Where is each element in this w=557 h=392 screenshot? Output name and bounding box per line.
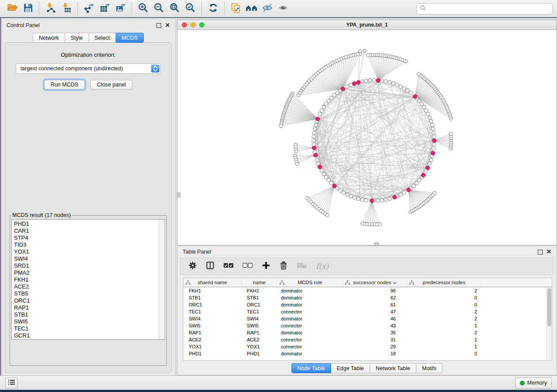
mcds-result-item[interactable]: STB1 xyxy=(14,311,165,318)
show-columns-button[interactable] xyxy=(206,261,214,272)
run-mcds-button[interactable]: Run MCDS xyxy=(44,80,85,89)
table-row[interactable]: FKH1FKH1dominator962 xyxy=(183,287,552,294)
open-session-button[interactable] xyxy=(4,2,20,16)
table-row[interactable]: STB1STB1dominator620 xyxy=(183,294,552,301)
table-row[interactable]: TEC1TEC1connector472 xyxy=(183,308,552,315)
mcds-result-item[interactable]: FKH1 xyxy=(14,276,165,283)
table-row[interactable]: SWI5SWI5connector431 xyxy=(183,322,552,329)
duplicate-network-button[interactable] xyxy=(228,2,244,16)
column-header-successor-nodes[interactable]: successor nodes xyxy=(343,278,407,287)
hide-selected-button[interactable] xyxy=(259,2,275,16)
close-panel-icon[interactable]: ✕ xyxy=(547,250,551,254)
sort-desc-icon xyxy=(393,280,397,285)
export-network-button[interactable] xyxy=(81,2,97,16)
deselect-all-rows-button[interactable] xyxy=(242,262,253,271)
tab-select[interactable]: Select xyxy=(89,33,116,43)
import-table-button[interactable] xyxy=(59,2,74,16)
network-canvas[interactable] xyxy=(177,30,557,245)
mcds-list-scrollbar[interactable] xyxy=(159,220,165,339)
mcds-result-listbox: PHD1CAR1STP4TID3YOX1SWI4SRD1PMA2FKH1ACE2… xyxy=(11,219,165,340)
mcds-result-item[interactable]: YOX1 xyxy=(14,248,165,255)
tab-motifs[interactable]: Motifs xyxy=(416,363,443,373)
table-row[interactable]: SWI4SWI4dominator462 xyxy=(183,315,552,322)
node-table-header: shared namenameMCDS rolesuccessor nodesp… xyxy=(183,278,552,287)
add-column-button[interactable] xyxy=(262,261,270,272)
column-header-predecessor-nodes[interactable]: predecessor nodes xyxy=(407,278,481,287)
mcds-result-item[interactable]: SWI4 xyxy=(14,255,165,262)
cell-successor_nodes: 35 xyxy=(343,330,407,335)
table-row[interactable]: ORC1ORC1dominator610 xyxy=(183,301,552,308)
save-session-button[interactable] xyxy=(20,2,36,16)
table-row[interactable]: ACE2ACE2connector311 xyxy=(183,336,552,343)
node-table[interactable]: shared namenameMCDS rolesuccessor nodesp… xyxy=(183,278,552,361)
search-box[interactable] xyxy=(416,3,553,14)
mcds-result-item[interactable]: ACE2 xyxy=(14,283,165,290)
refresh-button[interactable] xyxy=(205,2,221,16)
task-history-button[interactable] xyxy=(5,378,17,389)
table-scrollbar-thumb[interactable] xyxy=(547,288,551,327)
mcds-result-item[interactable]: SWI5 xyxy=(14,318,165,325)
tab-node-table[interactable]: Node Table xyxy=(291,363,331,373)
cell-shared_name: ORC1 xyxy=(183,302,242,307)
table-row[interactable]: RAP1RAP1dominator352 xyxy=(183,329,552,336)
cell-successor_nodes: 47 xyxy=(343,309,407,314)
first-neighbors-button[interactable] xyxy=(244,2,259,16)
mcds-result-item[interactable]: STB5 xyxy=(14,290,165,297)
delete-column-button[interactable] xyxy=(279,261,288,272)
tab-edge-table[interactable]: Edge Table xyxy=(331,363,370,373)
close-panel-button[interactable]: Close panel xyxy=(90,80,132,89)
optimization-criterion-select[interactable]: largest connected component (undirected) xyxy=(16,63,161,74)
cell-successor_nodes: 96 xyxy=(343,288,407,293)
column-label: predecessor nodes xyxy=(423,280,466,285)
mcds-result-fieldset: MCDS result (17 nodes) PHD1CAR1STP4TID3Y… xyxy=(10,212,167,366)
mcds-result-item[interactable]: PMA2 xyxy=(14,269,165,276)
show-all-button[interactable] xyxy=(275,2,291,16)
table-settings-button[interactable] xyxy=(188,261,197,272)
mcds-result-item[interactable]: ORC1 xyxy=(14,297,165,304)
mcds-result-item[interactable]: GCR1 xyxy=(14,332,165,339)
mcds-result-item[interactable]: TID3 xyxy=(14,241,165,248)
export-image-button[interactable] xyxy=(113,2,128,16)
cell-predecessor_nodes: 1 xyxy=(407,337,481,342)
mcds-result-item[interactable]: SRD1 xyxy=(14,262,165,269)
float-panel-icon[interactable] xyxy=(156,23,161,28)
cell-name: SWI5 xyxy=(242,323,277,328)
delete-table-button[interactable] xyxy=(297,262,307,271)
toolbar-separator xyxy=(224,2,225,15)
column-header-shared-name[interactable]: shared name xyxy=(183,278,242,287)
tab-mcds[interactable]: MCDS xyxy=(116,33,144,43)
cell-successor_nodes: 18 xyxy=(343,351,407,356)
apply-function-button[interactable]: f(x) xyxy=(316,262,329,271)
table-scrollbar[interactable] xyxy=(546,287,552,360)
mcds-result-item[interactable]: STP4 xyxy=(14,234,165,241)
splitter-handle-vertical[interactable] xyxy=(177,193,180,197)
search-input[interactable] xyxy=(428,5,549,12)
table-row[interactable]: PHD1PHD1dominator180 xyxy=(183,350,552,357)
close-panel-icon[interactable]: ✕ xyxy=(165,23,170,28)
mcds-result-item[interactable]: RAP1 xyxy=(14,304,165,311)
export-table-button[interactable] xyxy=(97,2,113,16)
export-image-icon xyxy=(115,2,126,15)
mcds-result-item[interactable]: PHD1 xyxy=(14,220,165,227)
zoom-selected-button[interactable] xyxy=(183,2,198,16)
tab-style[interactable]: Style xyxy=(65,33,89,43)
select-all-rows-button[interactable] xyxy=(223,262,234,271)
zoom-fit-button[interactable] xyxy=(167,2,183,16)
splitter-handle-horizontal[interactable] xyxy=(374,242,379,246)
cell-mcds_role: dominator xyxy=(277,316,343,321)
memory-button[interactable]: Memory xyxy=(515,378,552,389)
tab-network[interactable]: Network xyxy=(33,33,65,43)
table-row[interactable]: YOX1YOX1connector291 xyxy=(183,343,552,350)
toolbar-separator xyxy=(201,2,202,15)
column-header-name[interactable]: name xyxy=(242,278,277,287)
mcds-result-item[interactable]: TEC1 xyxy=(14,325,165,332)
float-panel-icon[interactable] xyxy=(538,250,543,254)
cell-successor_nodes: 29 xyxy=(343,344,407,349)
import-network-button[interactable] xyxy=(43,2,59,16)
mcds-result-item[interactable]: CAR1 xyxy=(14,227,165,234)
tab-network-table[interactable]: Network Table xyxy=(370,363,416,373)
cell-predecessor_nodes: 0 xyxy=(407,302,481,307)
column-header-mcds-role[interactable]: MCDS role xyxy=(277,278,343,287)
zoom-out-button[interactable] xyxy=(151,2,167,16)
zoom-in-button[interactable] xyxy=(135,2,151,16)
